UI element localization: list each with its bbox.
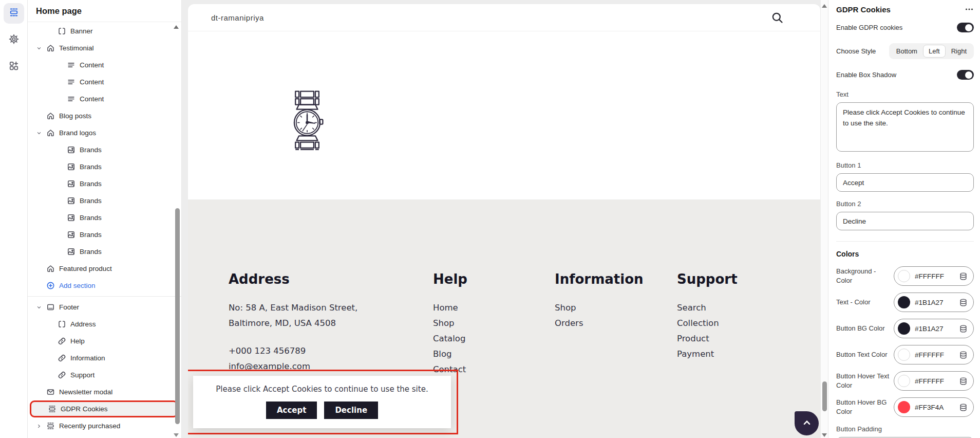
sidebar-scroll-down-icon[interactable] xyxy=(174,433,179,437)
sidebar-item-brands[interactable]: Brands xyxy=(28,141,181,158)
footer-link-search[interactable]: Search xyxy=(677,300,738,316)
color-picker-text-color[interactable]: #1B1A27 xyxy=(894,293,974,312)
rail-sections-button[interactable] xyxy=(4,3,24,24)
color-picker-button-bg-color[interactable]: #1B1A27 xyxy=(894,319,974,338)
accept-cookies-button[interactable]: Accept xyxy=(266,402,317,419)
preview-scroll-down-icon[interactable] xyxy=(822,433,827,437)
button1-input[interactable] xyxy=(836,173,974,192)
sidebar-item-blog-posts[interactable]: Blog posts xyxy=(28,107,181,124)
sidebar-item-content[interactable]: Content xyxy=(28,57,181,74)
more-options-icon[interactable] xyxy=(965,5,974,14)
dynamic-source-icon[interactable] xyxy=(959,272,968,281)
sidebar-item-recently-purchased[interactable]: Recently purchased xyxy=(28,417,181,434)
footer-link-blog[interactable]: Blog xyxy=(433,346,467,362)
preview-scrollbar-track[interactable] xyxy=(820,0,828,438)
footer-link-product[interactable]: Product xyxy=(677,331,738,346)
scroll-to-top-button[interactable] xyxy=(795,411,819,435)
sidebar-item-label: Brands xyxy=(80,180,102,188)
sidebar-item-banner[interactable]: Banner xyxy=(28,23,181,40)
sidebar-item-newsletter-modal[interactable]: Newsletter modal xyxy=(28,384,181,400)
color-swatch[interactable] xyxy=(898,401,910,413)
sections-icon xyxy=(46,422,55,430)
color-swatch[interactable] xyxy=(898,296,910,308)
box-shadow-toggle[interactable] xyxy=(957,70,974,80)
store-logo-text[interactable]: dt-ramanipriya xyxy=(211,13,770,22)
color-row-label: Button Text Color xyxy=(836,350,894,359)
dynamic-source-icon[interactable] xyxy=(959,324,968,333)
colors-heading: Colors xyxy=(836,250,974,258)
color-swatch[interactable] xyxy=(898,270,910,282)
footer-link-shop[interactable]: Shop xyxy=(433,316,467,331)
color-row-label: Text - Color xyxy=(836,298,894,307)
color-picker-button-hover-text-color[interactable]: #FFFFFF xyxy=(894,371,974,391)
chevron-down-icon[interactable] xyxy=(35,45,43,51)
cookie-text-input[interactable] xyxy=(836,102,974,152)
footer-heading: Support xyxy=(677,271,738,287)
sidebar-item-label: Content xyxy=(80,78,104,86)
style-option-left[interactable]: Left xyxy=(923,45,946,58)
sidebar-item-brands[interactable]: Brands xyxy=(28,243,181,260)
image-icon xyxy=(67,145,76,154)
search-icon[interactable] xyxy=(770,11,784,25)
rail-apps-button[interactable] xyxy=(4,57,24,77)
color-picker-button-hover-bg-color[interactable]: #FF3F4A xyxy=(894,397,974,417)
sidebar-item-support[interactable]: Support xyxy=(28,367,181,384)
decline-cookies-button[interactable]: Decline xyxy=(324,402,378,419)
preview-scrollbar[interactable] xyxy=(822,381,827,411)
sidebar-item-testimonial[interactable]: Testimonial xyxy=(28,40,181,57)
enable-gdpr-label: Enable GDPR cookies xyxy=(836,24,902,31)
image-icon xyxy=(67,162,76,171)
footer-link-orders[interactable]: Orders xyxy=(555,316,644,331)
sidebar-item-brands[interactable]: Brands xyxy=(28,158,181,175)
banner-icon xyxy=(58,320,66,328)
sidebar-item-content[interactable]: Content xyxy=(28,90,181,107)
preview-scroll-up-icon[interactable] xyxy=(822,4,827,8)
footer-link-collection[interactable]: Collection xyxy=(677,316,738,331)
chevron-down-icon[interactable] xyxy=(35,304,43,311)
footer-col-support: SupportSearchCollectionProductPayment xyxy=(677,271,738,362)
button2-input[interactable] xyxy=(836,212,974,230)
sidebar-scrollbar[interactable] xyxy=(175,208,180,424)
sections-sidebar: Home page BannerTestimonialContentConten… xyxy=(28,0,182,438)
color-swatch[interactable] xyxy=(898,375,910,387)
home-icon xyxy=(46,112,55,120)
footer-link-shop[interactable]: Shop xyxy=(555,300,644,316)
sidebar-item-information[interactable]: Information xyxy=(28,350,181,367)
dynamic-source-icon[interactable] xyxy=(959,351,968,359)
sidebar-item-label: Footer xyxy=(59,303,79,311)
sidebar-item-brand-logos[interactable]: Brand logos xyxy=(28,124,181,141)
color-swatch[interactable] xyxy=(898,349,910,361)
sidebar-item-gdpr-cookies[interactable]: GDPR Cookies xyxy=(30,400,178,417)
color-picker-background-color[interactable]: #FFFFFF xyxy=(894,266,974,286)
dynamic-source-icon[interactable] xyxy=(959,298,968,307)
sidebar-item-brands[interactable]: Brands xyxy=(28,192,181,209)
sidebar-scroll-up-icon[interactable] xyxy=(174,25,179,29)
rail-settings-button[interactable] xyxy=(4,30,24,50)
color-rows: Background - Color#FFFFFFText - Color#1B… xyxy=(836,266,974,417)
color-row-button-bg-color: Button BG Color#1B1A27 xyxy=(836,319,974,338)
sidebar-item-label: Help xyxy=(70,337,85,345)
sidebar-item-featured-product[interactable]: Featured product xyxy=(28,260,181,277)
sidebar-item-footer[interactable]: Footer xyxy=(28,299,181,316)
footer-link-home[interactable]: Home xyxy=(433,300,467,316)
style-option-right[interactable]: Right xyxy=(946,45,972,58)
sidebar-item-brands[interactable]: Brands xyxy=(28,226,181,243)
sidebar-item-add-section[interactable]: Add section xyxy=(28,277,181,294)
enable-gdpr-toggle[interactable] xyxy=(957,23,974,32)
sidebar-item-address[interactable]: Address xyxy=(28,316,181,333)
chevron-down-icon[interactable] xyxy=(35,130,43,136)
sidebar-divider xyxy=(28,296,181,297)
chevron-right-icon[interactable] xyxy=(35,423,43,429)
dynamic-source-icon[interactable] xyxy=(959,377,968,386)
style-option-bottom[interactable]: Bottom xyxy=(891,45,923,58)
sidebar-item-brands[interactable]: Brands xyxy=(28,209,181,226)
sidebar-item-help[interactable]: Help xyxy=(28,333,181,350)
sidebar-item-brands[interactable]: Brands xyxy=(28,175,181,192)
color-swatch[interactable] xyxy=(898,322,910,335)
sidebar-item-content[interactable]: Content xyxy=(28,74,181,90)
footer-link-catalog[interactable]: Catalog xyxy=(433,331,467,346)
color-row-label: Background - Color xyxy=(836,267,894,285)
footer-link-payment[interactable]: Payment xyxy=(677,346,738,362)
dynamic-source-icon[interactable] xyxy=(959,403,968,412)
color-picker-button-text-color[interactable]: #FFFFFF xyxy=(894,345,974,364)
